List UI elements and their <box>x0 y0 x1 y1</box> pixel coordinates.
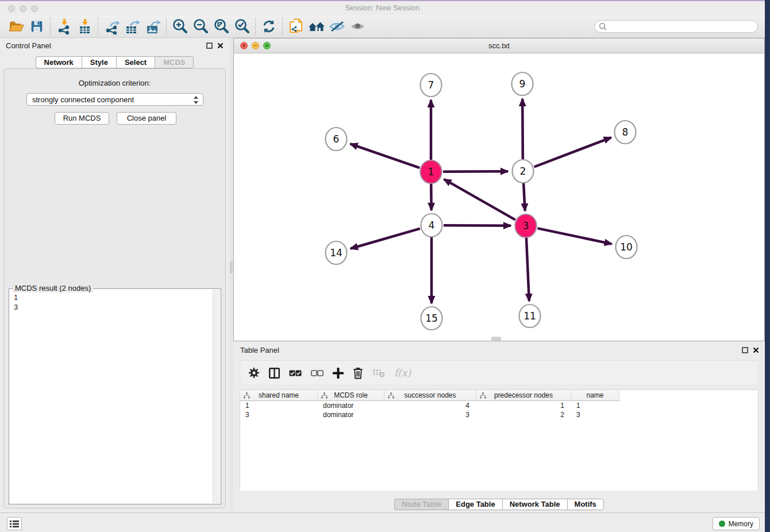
task-history-button[interactable] <box>7 517 22 530</box>
tab-style[interactable]: Style <box>82 56 116 68</box>
mcds-result-box[interactable]: MCDS result (2 nodes) 1 3 <box>9 288 221 504</box>
vertical-splitter[interactable] <box>229 38 233 512</box>
export-network-icon[interactable] <box>101 17 122 36</box>
graph-node-11[interactable]: 11 <box>519 304 541 327</box>
graph-node-10[interactable]: 10 <box>616 236 637 259</box>
column-header-name[interactable]: name <box>571 390 619 400</box>
column-header-predecessor-nodes[interactable]: predecessor nodes <box>476 390 571 400</box>
network-close-icon[interactable]: × <box>240 42 248 49</box>
export-image-icon[interactable] <box>143 17 163 36</box>
table-cell[interactable]: 3 <box>384 411 476 419</box>
table-cell[interactable]: 3 <box>240 411 318 419</box>
tab-motifs[interactable]: Motifs <box>567 499 604 510</box>
graph-edge-1-2[interactable] <box>443 171 508 172</box>
open-session-icon[interactable] <box>6 17 26 36</box>
graph-node-7[interactable]: 7 <box>421 74 442 97</box>
import-table-icon[interactable] <box>74 17 95 36</box>
network-view-title: scc.txt <box>234 38 764 53</box>
close-panel-button[interactable]: Close panel <box>117 112 176 125</box>
graph-node-4[interactable]: 4 <box>421 214 442 237</box>
minimize-window-icon[interactable] <box>20 5 26 12</box>
column-header-MCDS-role[interactable]: MCDS role <box>318 390 384 400</box>
delete-row-icon[interactable] <box>353 367 363 379</box>
graph-node-1[interactable]: 1 <box>421 160 442 183</box>
graph-edge-2-8[interactable] <box>534 137 611 167</box>
graph-node-6[interactable]: 6 <box>326 128 347 151</box>
table-row[interactable]: 3dominator323 <box>240 410 758 419</box>
import-network-icon[interactable] <box>53 17 74 36</box>
column-header-successor-nodes[interactable]: successor nodes <box>384 390 476 400</box>
close-panel-icon[interactable] <box>753 346 759 355</box>
table-settings-icon[interactable] <box>248 367 260 379</box>
column-header-label: shared name <box>259 391 299 399</box>
graph-node-3[interactable]: 3 <box>515 214 537 237</box>
table-cell[interactable]: dominator <box>318 411 384 419</box>
criterion-select[interactable]: strongly connected component <box>26 93 203 106</box>
float-panel-icon[interactable] <box>742 346 748 355</box>
table-cell[interactable]: 1 <box>571 402 619 410</box>
refresh-view-icon[interactable] <box>259 17 279 36</box>
hide-details-icon[interactable] <box>327 17 348 36</box>
close-panel-icon[interactable] <box>217 42 224 51</box>
float-panel-icon[interactable] <box>206 42 213 51</box>
memory-button[interactable]: Memory <box>713 517 760 530</box>
search-icon <box>599 22 607 32</box>
zoom-in-icon[interactable] <box>170 17 190 36</box>
graph-node-8[interactable]: 8 <box>615 121 636 144</box>
network-minimize-icon[interactable]: − <box>252 42 259 49</box>
splitter-handle[interactable] <box>230 261 233 273</box>
control-panel: Control Panel NetworkStyleSelectMCDS Opt… <box>0 38 229 512</box>
maximize-window-icon[interactable] <box>31 5 38 12</box>
table-row[interactable]: 1dominator411 <box>240 401 758 410</box>
graph-edge-3-11[interactable] <box>526 238 529 301</box>
stepper-icon <box>193 95 199 106</box>
tab-node-table[interactable]: Node Table <box>394 499 448 510</box>
column-header-shared-name[interactable]: shared name <box>240 390 318 400</box>
network-canvas[interactable]: 7968124314101511 <box>234 53 764 341</box>
graph-edge-2-9[interactable] <box>522 99 523 159</box>
clone-network-icon[interactable] <box>286 17 306 36</box>
table-cell[interactable]: dominator <box>318 402 384 410</box>
show-details-icon[interactable] <box>348 17 368 36</box>
network-maximize-icon[interactable]: + <box>263 42 271 49</box>
save-session-icon[interactable] <box>26 17 47 36</box>
table-cell[interactable]: 2 <box>476 411 571 419</box>
table-cell[interactable]: 4 <box>384 402 476 410</box>
table-cell[interactable]: 3 <box>571 411 619 419</box>
tab-edge-table[interactable]: Edge Table <box>448 499 502 510</box>
zoom-out-icon[interactable] <box>190 17 211 36</box>
column-header-label: successor nodes <box>404 391 456 399</box>
graph-node-15[interactable]: 15 <box>421 307 442 330</box>
unselect-all-columns-icon[interactable] <box>311 370 324 376</box>
add-row-icon[interactable] <box>333 368 344 379</box>
control-panel-header: Control Panel <box>0 38 229 54</box>
tab-mcds[interactable]: MCDS <box>155 56 194 68</box>
close-window-icon[interactable] <box>8 5 15 12</box>
tab-network-table[interactable]: Network Table <box>502 499 567 510</box>
export-table-icon[interactable] <box>122 17 143 36</box>
result-scrollbar[interactable] <box>213 290 220 503</box>
apply-layout-icon[interactable] <box>306 17 327 36</box>
graph-edge-3-10[interactable] <box>538 228 612 244</box>
run-mcds-button[interactable]: Run MCDS <box>55 112 109 125</box>
graph-edge-4-3[interactable] <box>444 225 511 226</box>
zoom-selected-icon[interactable] <box>232 17 252 36</box>
network-view-titlebar[interactable]: × − + scc.txt <box>234 38 764 53</box>
graph-edge-3-1[interactable] <box>444 179 515 220</box>
graph-edge-4-14[interactable] <box>351 229 420 249</box>
table-body: 1dominator4113dominator323 <box>240 401 758 419</box>
show-columns-icon[interactable] <box>269 368 280 379</box>
canvas-splitter-handle[interactable] <box>491 337 501 341</box>
graph-node-14[interactable]: 14 <box>326 241 347 264</box>
table-cell[interactable]: 1 <box>476 402 571 410</box>
tab-network[interactable]: Network <box>36 56 82 68</box>
graph-edge-2-3[interactable] <box>523 183 525 211</box>
graph-edge-1-6[interactable] <box>351 144 420 168</box>
tab-select[interactable]: Select <box>116 56 155 68</box>
graph-node-2[interactable]: 2 <box>513 160 534 183</box>
zoom-fit-icon[interactable] <box>211 17 232 36</box>
table-cell[interactable]: 1 <box>240 402 318 410</box>
search-input[interactable] <box>594 20 758 33</box>
graph-node-9[interactable]: 9 <box>512 72 533 95</box>
select-all-columns-icon[interactable] <box>289 370 302 376</box>
